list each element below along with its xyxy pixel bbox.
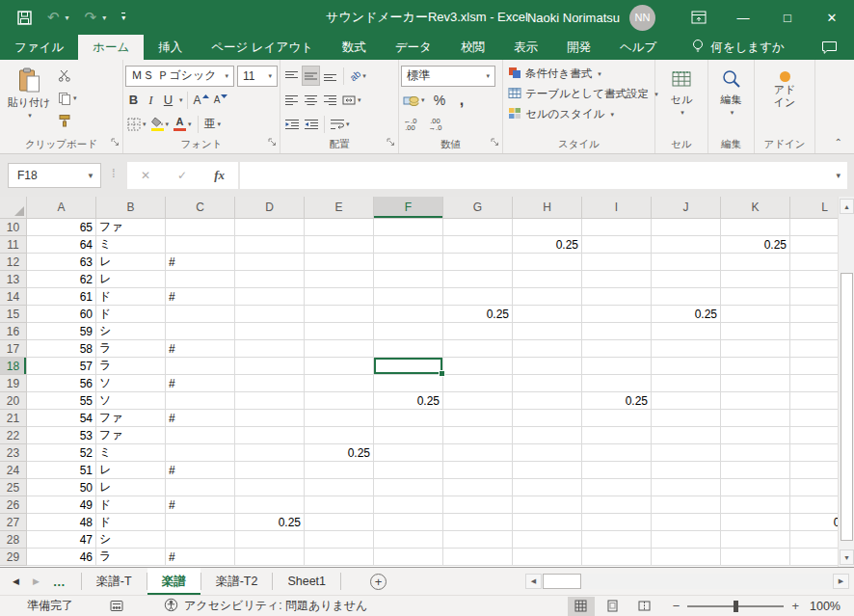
cell-H25[interactable]: [513, 479, 582, 496]
cell-L26[interactable]: [790, 496, 838, 514]
cell-E20[interactable]: [305, 392, 374, 410]
cell-B18[interactable]: ラ: [96, 358, 166, 375]
cell-B25[interactable]: レ: [96, 479, 166, 496]
cell-G14[interactable]: [443, 288, 513, 306]
cell-E13[interactable]: [305, 271, 374, 288]
cell-B27[interactable]: ド: [96, 514, 166, 531]
cell-C18[interactable]: [166, 358, 235, 375]
cell-D12[interactable]: [235, 254, 305, 271]
alignment-dialog-launcher-icon[interactable]: [387, 133, 395, 150]
font-color-button[interactable]: A ▾: [172, 114, 194, 134]
undo-icon[interactable]: ↶: [47, 9, 60, 26]
cell-H21[interactable]: [513, 410, 582, 427]
cell-C11[interactable]: [166, 236, 235, 254]
cell-F29[interactable]: [374, 549, 443, 566]
underline-dropdown-icon[interactable]: ▾: [179, 96, 183, 104]
column-header-H[interactable]: H: [513, 197, 582, 219]
column-header-A[interactable]: A: [27, 197, 96, 219]
cell-J24[interactable]: [652, 462, 721, 479]
ribbon-tab-8[interactable]: 開発: [552, 35, 605, 60]
align-left-icon[interactable]: [282, 90, 301, 110]
cell-H11[interactable]: 0.25: [513, 236, 582, 254]
row-header-21[interactable]: 21: [0, 410, 27, 427]
underline-button[interactable]: U: [160, 90, 176, 110]
new-sheet-button[interactable]: +: [370, 568, 387, 595]
cell-C26[interactable]: #: [166, 496, 235, 514]
cell-I12[interactable]: [582, 254, 652, 271]
cell-D17[interactable]: [235, 340, 305, 358]
cell-A17[interactable]: 58: [27, 340, 96, 358]
cell-L20[interactable]: [790, 392, 838, 410]
cell-C15[interactable]: [166, 306, 235, 323]
cells-button[interactable]: セル ▾: [657, 64, 706, 137]
cell-D13[interactable]: [235, 271, 305, 288]
cell-G17[interactable]: [443, 340, 513, 358]
cell-F10[interactable]: [374, 219, 443, 236]
cell-H29[interactable]: [513, 549, 582, 566]
cell-J16[interactable]: [652, 323, 721, 340]
cell-J29[interactable]: [652, 549, 721, 566]
cell-J21[interactable]: [652, 410, 721, 427]
styles-item-0[interactable]: 条件付き書式▾: [508, 64, 653, 84]
cell-K14[interactable]: [721, 288, 790, 306]
cell-A28[interactable]: 47: [27, 531, 96, 549]
row-header-22[interactable]: 22: [0, 427, 27, 444]
cell-I14[interactable]: [582, 288, 652, 306]
redo-icon[interactable]: ↷: [85, 9, 97, 26]
cell-B28[interactable]: シ: [96, 531, 166, 549]
cell-F26[interactable]: [374, 496, 443, 514]
cell-L14[interactable]: [790, 288, 838, 306]
cell-G26[interactable]: [443, 496, 513, 514]
cell-F20[interactable]: 0.25: [374, 392, 443, 410]
cell-L19[interactable]: [790, 375, 838, 392]
cell-D18[interactable]: [235, 358, 305, 375]
row-header-14[interactable]: 14: [0, 288, 27, 306]
cell-H15[interactable]: [513, 306, 582, 323]
cell-D29[interactable]: [235, 549, 305, 566]
row-header-16[interactable]: 16: [0, 323, 27, 340]
cell-D20[interactable]: [235, 392, 305, 410]
ribbon-tab-2[interactable]: 挿入: [144, 35, 197, 60]
cell-K21[interactable]: [721, 410, 790, 427]
cell-F18[interactable]: [374, 358, 443, 375]
cell-F14[interactable]: [374, 288, 443, 306]
cell-F22[interactable]: [374, 427, 443, 444]
cell-L15[interactable]: [790, 306, 838, 323]
customize-qat-icon[interactable]: ▾: [121, 13, 125, 22]
cell-D16[interactable]: [235, 323, 305, 340]
align-top-icon[interactable]: [282, 66, 301, 86]
cell-K27[interactable]: [721, 514, 790, 531]
zoom-in-icon[interactable]: +: [791, 599, 799, 613]
column-header-K[interactable]: K: [721, 197, 790, 219]
zoom-slider-thumb[interactable]: [734, 601, 738, 612]
cell-I16[interactable]: [582, 323, 652, 340]
cell-E22[interactable]: [305, 427, 374, 444]
column-header-E[interactable]: E: [305, 197, 374, 219]
cell-B16[interactable]: シ: [96, 323, 166, 340]
cell-K15[interactable]: [721, 306, 790, 323]
decrease-decimal-button[interactable]: .00 →.0: [426, 114, 444, 134]
ribbon-display-options-icon[interactable]: [677, 0, 721, 35]
ribbon-tab-4[interactable]: 数式: [328, 35, 381, 60]
cell-F19[interactable]: [374, 375, 443, 392]
minimize-button[interactable]: —: [721, 0, 765, 35]
ribbon-tab-7[interactable]: 表示: [499, 35, 552, 60]
cell-A13[interactable]: 62: [27, 271, 96, 288]
enter-icon[interactable]: ✓: [177, 169, 187, 182]
font-dialog-launcher-icon[interactable]: [268, 133, 277, 150]
cell-K22[interactable]: [721, 427, 790, 444]
row-header-20[interactable]: 20: [0, 392, 27, 410]
ribbon-tab-0[interactable]: ファイル: [0, 35, 78, 60]
cell-E15[interactable]: [305, 306, 374, 323]
cell-B10[interactable]: ファ: [96, 219, 166, 236]
cell-I25[interactable]: [582, 479, 652, 496]
cell-F24[interactable]: [374, 462, 443, 479]
column-header-D[interactable]: D: [235, 197, 305, 219]
cell-F17[interactable]: [374, 340, 443, 358]
cell-G24[interactable]: [443, 462, 513, 479]
cell-A23[interactable]: 52: [27, 444, 96, 462]
cell-C24[interactable]: #: [166, 462, 235, 479]
cell-G20[interactable]: [443, 392, 513, 410]
cell-L12[interactable]: [790, 254, 838, 271]
cell-B13[interactable]: レ: [96, 271, 166, 288]
